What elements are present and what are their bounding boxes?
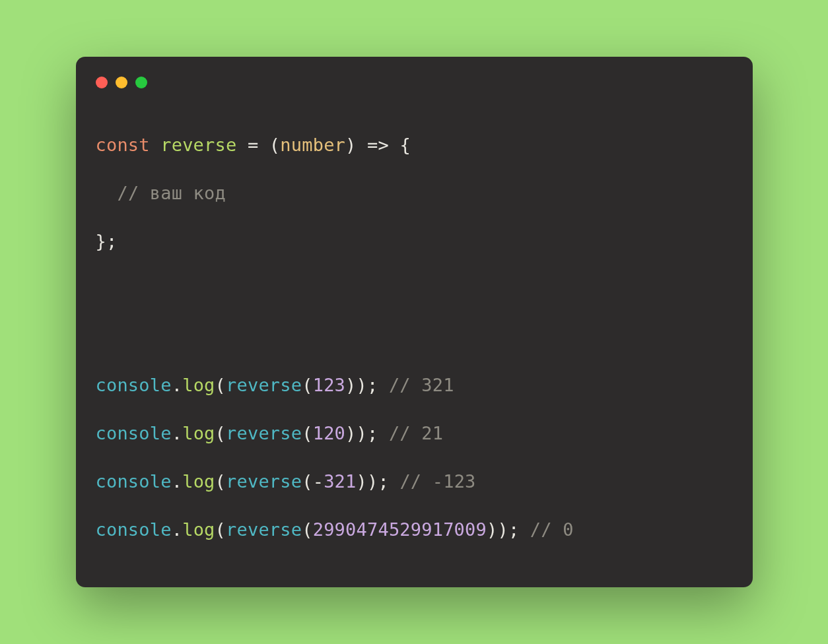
log-method: log (182, 519, 215, 540)
paren-open: ( (215, 375, 226, 395)
paren-open: ( (215, 519, 226, 540)
log-method: log (182, 375, 215, 395)
punc-paren-close: ) (345, 135, 356, 155)
paren-open: ( (302, 471, 312, 492)
log-method: log (182, 423, 215, 443)
result-comment: // 321 (389, 375, 454, 395)
arg-number: 2990474529917009 (313, 519, 487, 540)
reverse-call: reverse (226, 423, 302, 443)
reverse-call: reverse (226, 471, 302, 492)
paren-open: ( (215, 471, 226, 492)
minus-sign: - (313, 471, 324, 492)
paren-close: )); (357, 471, 389, 492)
maximize-icon[interactable] (135, 77, 147, 88)
result-comment: // 0 (530, 519, 574, 540)
param-name: number (280, 135, 345, 155)
keyword-const: const (96, 135, 150, 155)
console-ident: console (96, 423, 172, 443)
paren-close: )); (345, 423, 378, 443)
dot: . (172, 471, 182, 492)
dot: . (172, 375, 182, 395)
punc-equals: = (248, 135, 258, 155)
arg-number: 321 (324, 471, 356, 492)
code-block: const reverse = (number) => { // ваш код… (96, 121, 733, 554)
reverse-call: reverse (226, 519, 302, 540)
function-name: reverse (160, 135, 236, 155)
log-method: log (182, 471, 215, 492)
code-window: const reverse = (number) => { // ваш код… (76, 57, 753, 587)
brace-close: }; (96, 231, 118, 251)
console-ident: console (96, 375, 172, 395)
console-ident: console (96, 471, 172, 492)
paren-open: ( (215, 423, 226, 443)
paren-close: )); (487, 519, 519, 540)
arrow: => (367, 135, 389, 155)
result-comment: // -123 (399, 471, 475, 492)
paren-open: ( (302, 375, 312, 395)
dot: . (172, 519, 182, 540)
arg-number: 123 (313, 375, 345, 395)
arg-number: 120 (313, 423, 345, 443)
window-controls (96, 77, 733, 88)
dot: . (172, 423, 182, 443)
comment-your-code: // ваш код (117, 183, 226, 203)
result-comment: // 21 (389, 423, 443, 443)
paren-open: ( (302, 423, 312, 443)
punc-paren-open: ( (269, 135, 280, 155)
minimize-icon[interactable] (116, 77, 127, 88)
brace-open: { (399, 135, 410, 155)
paren-close: )); (345, 375, 378, 395)
reverse-call: reverse (226, 375, 302, 395)
console-ident: console (96, 519, 172, 540)
close-icon[interactable] (96, 77, 108, 88)
paren-open: ( (302, 519, 312, 540)
